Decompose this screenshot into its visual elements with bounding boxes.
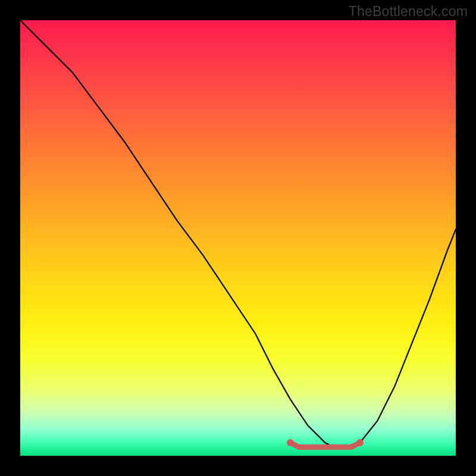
chart-svg bbox=[20, 20, 456, 456]
chart-container: TheBottleneck.com bbox=[0, 0, 476, 476]
optimal-zone-end-dot bbox=[287, 439, 294, 446]
bottleneck-curve bbox=[20, 20, 456, 447]
plot-area bbox=[20, 20, 456, 456]
optimal-zone-end-dot bbox=[356, 439, 364, 446]
watermark-text: TheBottleneck.com bbox=[349, 4, 468, 20]
